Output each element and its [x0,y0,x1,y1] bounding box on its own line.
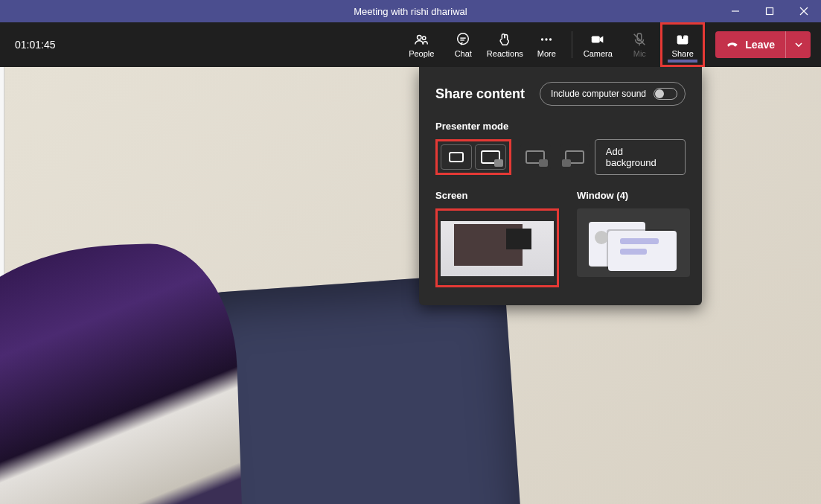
window-controls [718,0,821,22]
svg-point-6 [458,34,469,45]
hangup-icon [726,38,739,51]
presenter-mode-standout[interactable] [475,144,506,170]
reactions-button[interactable]: Reactions [484,24,525,66]
svg-rect-1 [767,8,773,15]
camera-button[interactable]: Camera [577,24,619,66]
presenter-mode-content-only[interactable] [441,144,472,170]
screen-section-label: Screen [435,190,559,201]
leave-button[interactable]: Leave [715,31,785,58]
include-sound-toggle[interactable]: Include computer sound [540,82,686,106]
svg-rect-12 [592,36,600,42]
screen-thumb-highlight [435,208,559,287]
add-background-button[interactable]: Add background [595,139,686,175]
video-person-shape [0,240,243,504]
share-active-indicator [668,60,697,63]
mic-off-icon [631,31,648,48]
mic-label: Mic [633,49,646,58]
share-screen-thumbnail[interactable] [441,214,554,282]
title-bar: Meeting with rishi dhariwal [0,0,821,22]
toolbar-divider [572,31,572,58]
more-label: More [537,49,556,58]
share-button[interactable]: Share [672,31,694,58]
presenter-mode-reporter[interactable] [560,144,590,170]
svg-point-10 [546,38,548,40]
leave-dropdown[interactable] [785,31,811,58]
include-sound-label: Include computer sound [551,89,646,99]
share-label: Share [672,49,694,58]
share-button-highlight: Share [660,22,705,67]
camera-label: Camera [584,49,613,58]
minimize-button[interactable] [718,0,753,22]
window-section-label: Window (4) [577,190,690,201]
add-background-label: Add background [606,146,657,168]
presenter-mode-side-by-side[interactable] [520,144,551,170]
leave-group: Leave [715,31,811,58]
standout-icon [481,150,500,164]
maximize-button[interactable] [753,0,787,22]
share-window-thumbnail[interactable] [577,208,690,277]
video-stage: Share content Include computer sound Pre… [0,67,821,504]
toolbar-actions: People Chat Reactions More [400,22,811,67]
chevron-down-icon [794,40,803,49]
people-label: People [409,49,434,58]
leave-label: Leave [745,39,775,51]
chat-label: Chat [455,49,472,58]
side-by-side-icon [525,150,545,164]
reactions-icon [496,31,513,48]
reporter-icon [565,150,584,164]
svg-point-5 [423,36,426,39]
meeting-timer: 01:01:45 [15,39,56,51]
share-content-title: Share content [435,86,525,102]
people-icon [413,31,429,48]
more-icon [538,31,555,48]
chat-icon [455,31,471,48]
mic-button[interactable]: Mic [619,24,660,66]
more-button[interactable]: More [525,24,567,66]
svg-point-4 [418,36,422,40]
svg-point-11 [549,38,552,40]
presenter-mode-highlight [435,139,511,175]
svg-point-9 [541,38,543,40]
reactions-label: Reactions [487,49,523,58]
sound-switch[interactable] [654,88,677,100]
video-pillow-shape [192,272,523,504]
content-only-icon [449,152,464,162]
share-content-panel: Share content Include computer sound Pre… [419,67,702,305]
chat-button[interactable]: Chat [442,24,484,66]
share-tray-icon [674,31,691,48]
window-title: Meeting with rishi dhariwal [354,6,467,17]
people-button[interactable]: People [400,24,442,66]
meeting-toolbar: 01:01:45 People Chat Reactions [0,22,821,67]
close-button[interactable] [787,0,821,22]
camera-icon [590,31,606,48]
presenter-mode-label: Presenter mode [435,121,686,132]
